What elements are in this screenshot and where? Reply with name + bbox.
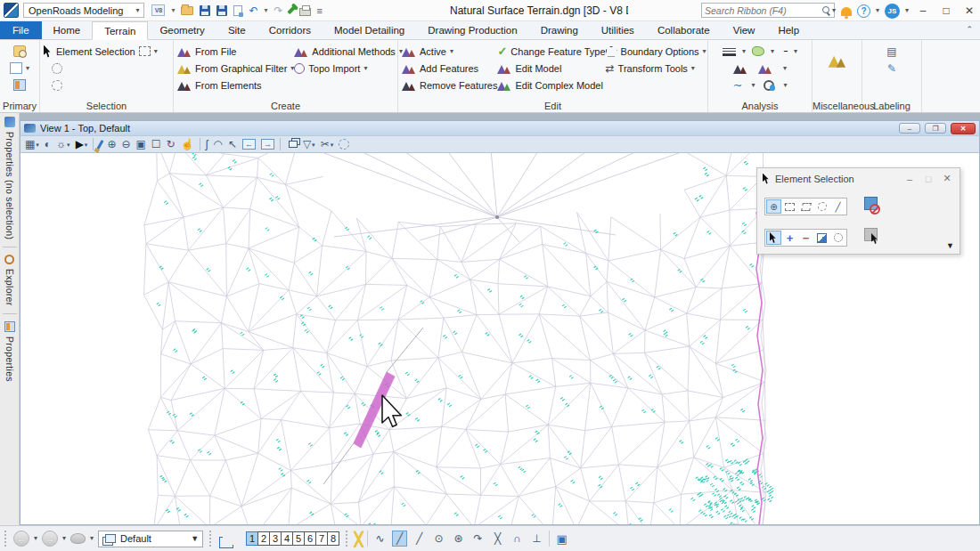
tab-help[interactable]: Help xyxy=(766,21,811,39)
cancel-icon[interactable]: ╳ xyxy=(355,532,363,546)
snap-center-button[interactable]: ⊙ xyxy=(431,531,446,547)
view-previous-button[interactable]: ← xyxy=(242,139,256,150)
dialog-expand-icon[interactable]: ▼ xyxy=(946,241,954,250)
dock-tab-properties[interactable]: Properties xyxy=(4,336,15,382)
change-feature-type-button[interactable]: ✓Change Feature Type xyxy=(497,43,605,60)
explorer-icon[interactable] xyxy=(13,45,26,57)
dialog-close-icon[interactable]: ✕ xyxy=(940,173,954,184)
search-input[interactable] xyxy=(705,5,822,16)
view-title-bar[interactable]: View 1 - Top, Default – ❐ ✕ xyxy=(20,120,980,135)
chevron-down-icon[interactable]: ▾ xyxy=(771,48,774,55)
view-close-button[interactable]: ✕ xyxy=(951,123,976,134)
chevron-down-icon[interactable]: ▾ xyxy=(783,82,787,89)
chevron-down-icon[interactable]: ▾ xyxy=(783,65,787,72)
chevron-down-icon[interactable]: ▾ xyxy=(154,48,158,55)
minimize-button[interactable]: – xyxy=(914,4,932,17)
dock-icon[interactable] xyxy=(4,117,15,127)
accudraw-button[interactable]: ▣ xyxy=(554,531,569,547)
apply-clip-button[interactable] xyxy=(339,139,349,150)
chevron-down-icon[interactable]: ▾ xyxy=(62,535,66,542)
tab-file[interactable]: File xyxy=(0,21,42,39)
tab-site[interactable]: Site xyxy=(216,21,257,39)
collapse-ribbon-icon[interactable]: ⌃ xyxy=(966,25,973,34)
from-file-button[interactable]: From File xyxy=(177,43,294,60)
misc-terrain-icon[interactable] xyxy=(828,53,846,68)
maximize-button[interactable]: □ xyxy=(937,4,955,17)
profile-curve-icon[interactable]: ╶ xyxy=(780,45,788,57)
from-elements-button[interactable]: From Elements xyxy=(177,77,294,93)
ribbon-search[interactable] xyxy=(701,3,835,18)
view-toggle-8[interactable]: 8 xyxy=(327,531,339,546)
view-perspective-button[interactable]: ▶▾ xyxy=(76,139,88,150)
view-windows-icon[interactable] xyxy=(223,533,237,545)
dock-tab-explorer[interactable]: Explorer xyxy=(4,269,15,306)
redo-icon[interactable]: ↷ xyxy=(274,5,283,16)
save-settings-icon[interactable] xyxy=(216,5,227,16)
tab-utilities[interactable]: Utilities xyxy=(590,21,646,39)
tab-geometry[interactable]: Geometry xyxy=(148,21,216,39)
view-group-select[interactable]: Default ▼ xyxy=(98,531,203,547)
view-toggle-6[interactable]: 6 xyxy=(304,531,316,546)
close-button[interactable]: ✕ xyxy=(960,4,978,17)
toolbar-grip[interactable] xyxy=(209,531,212,547)
chevron-down-icon[interactable]: ▾ xyxy=(794,48,797,55)
tab-view[interactable]: View xyxy=(722,21,767,39)
copy-view-button[interactable] xyxy=(289,141,298,148)
update-view-button[interactable] xyxy=(97,139,104,149)
workspace-dropdown[interactable]: OpenRoads Modeling ▾ xyxy=(23,3,144,18)
explorer-icon[interactable] xyxy=(4,255,14,264)
saved-views-icon[interactable] xyxy=(70,533,86,544)
drawing-canvas[interactable]: Element Selection – □ ✕ ⊕ ╱ xyxy=(20,153,980,525)
open-file-icon[interactable] xyxy=(181,6,193,15)
add-features-button[interactable]: Add Features xyxy=(402,60,497,77)
themes-icon[interactable] xyxy=(733,63,747,74)
search-icon[interactable] xyxy=(822,6,831,15)
flow-arrows-icon[interactable]: ∼ xyxy=(733,79,743,91)
view-toggle-5[interactable]: 5 xyxy=(292,531,305,546)
look-around-button[interactable]: ◠ xyxy=(213,139,222,150)
fence-tools-icon[interactable] xyxy=(52,63,62,74)
snap-origin-button[interactable]: ⊛ xyxy=(451,531,466,547)
pond-analysis-icon[interactable] xyxy=(764,80,774,91)
mode-new-button[interactable] xyxy=(766,231,781,245)
hydraulic-analysis-icon[interactable] xyxy=(723,46,736,56)
print-icon[interactable] xyxy=(299,8,311,16)
tab-corridors[interactable]: Corridors xyxy=(257,21,323,39)
snap-bisector-button[interactable]: ↷ xyxy=(470,531,486,547)
tab-collaborate[interactable]: Collaborate xyxy=(646,21,722,39)
display-style-button[interactable]: ☼▾ xyxy=(56,139,70,150)
edit-model-button[interactable]: Edit Model xyxy=(497,60,605,77)
label-table-icon[interactable]: ▤ xyxy=(886,46,896,57)
forward-button[interactable]: → xyxy=(42,531,58,547)
dialog-minimize-icon[interactable]: – xyxy=(902,174,917,184)
attach-tools-icon[interactable] xyxy=(10,62,22,74)
v8-format-icon[interactable]: V8 xyxy=(151,4,165,16)
tab-drawing-production[interactable]: Drawing Production xyxy=(416,21,528,39)
walk-button[interactable]: ʃ xyxy=(206,139,208,150)
edit-complex-model-button[interactable]: Edit Complex Model xyxy=(497,77,605,93)
view-toggle-4[interactable]: 4 xyxy=(281,531,293,546)
label-pencil-icon[interactable]: ✎ xyxy=(887,63,896,74)
properties-icon[interactable] xyxy=(13,79,26,91)
view-minimize-button[interactable]: – xyxy=(899,123,920,134)
method-circle-button[interactable] xyxy=(814,199,829,214)
view-restore-button[interactable]: ❐ xyxy=(925,123,946,134)
remove-features-button[interactable]: Remove Features xyxy=(402,77,497,93)
snap-midpoint-button[interactable]: ╱ xyxy=(412,531,427,547)
help-icon[interactable]: ? xyxy=(857,4,870,18)
snap-intersection-button[interactable]: ╳ xyxy=(490,531,505,547)
mode-add-button[interactable]: + xyxy=(782,231,797,245)
toolbar-grip[interactable] xyxy=(4,531,7,547)
toolbar-grip[interactable] xyxy=(346,531,348,547)
display-rules-button[interactable]: ◐ xyxy=(45,139,51,150)
snap-keypoint-button[interactable]: ╱ xyxy=(392,531,407,547)
tab-model-detailing[interactable]: Model Detailing xyxy=(323,21,416,39)
dialog-title-bar[interactable]: Element Selection – □ ✕ xyxy=(757,168,960,189)
rotate-view-button[interactable]: ↻ xyxy=(167,139,176,150)
zoom-window-button[interactable]: ▣ xyxy=(136,139,146,150)
chevron-down-icon[interactable]: ▾ xyxy=(742,48,746,55)
back-button[interactable]: ← xyxy=(13,531,29,547)
undo-icon[interactable]: ↶ xyxy=(249,5,257,16)
mode-subtract-button[interactable]: − xyxy=(798,231,813,245)
view-next-button[interactable]: → xyxy=(261,139,274,150)
